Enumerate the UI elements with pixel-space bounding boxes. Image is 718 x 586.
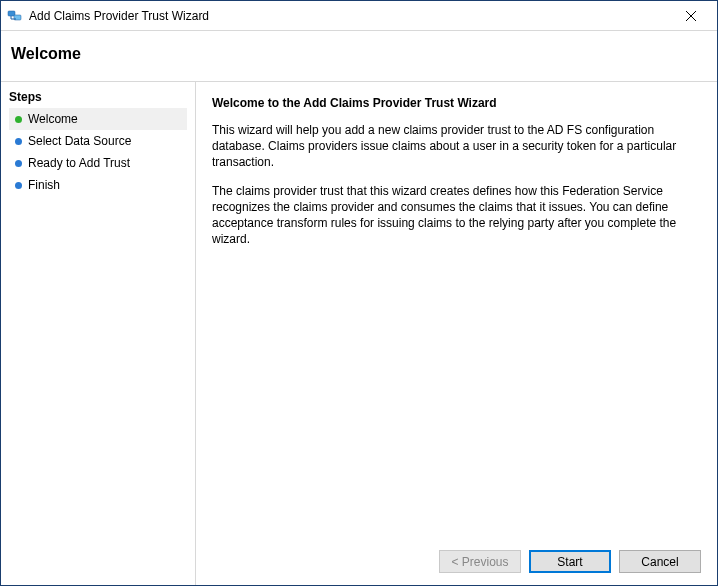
app-icon (7, 8, 23, 24)
previous-button: < Previous (439, 550, 521, 573)
start-button[interactable]: Start (529, 550, 611, 573)
button-row: < Previous Start Cancel (212, 542, 701, 573)
steps-heading: Steps (9, 88, 187, 108)
step-label: Welcome (28, 112, 78, 126)
bullet-icon (15, 138, 22, 145)
spacer (212, 259, 701, 542)
step-finish[interactable]: Finish (9, 174, 187, 196)
step-ready-to-add-trust[interactable]: Ready to Add Trust (9, 152, 187, 174)
content-area: Steps Welcome Select Data Source Ready t… (1, 81, 717, 585)
main-paragraph-2: The claims provider trust that this wiza… (212, 183, 701, 248)
bullet-icon (15, 160, 22, 167)
steps-sidebar: Steps Welcome Select Data Source Ready t… (1, 82, 196, 585)
bullet-icon (15, 116, 22, 123)
titlebar: Add Claims Provider Trust Wizard (1, 1, 717, 31)
window-title: Add Claims Provider Trust Wizard (29, 9, 671, 23)
step-welcome[interactable]: Welcome (9, 108, 187, 130)
close-icon (686, 11, 696, 21)
main-panel: Welcome to the Add Claims Provider Trust… (196, 82, 717, 585)
step-label: Ready to Add Trust (28, 156, 130, 170)
step-label: Finish (28, 178, 60, 192)
bullet-icon (15, 182, 22, 189)
cancel-button[interactable]: Cancel (619, 550, 701, 573)
page-title: Welcome (1, 31, 717, 81)
step-label: Select Data Source (28, 134, 131, 148)
main-paragraph-1: This wizard will help you add a new clai… (212, 122, 701, 171)
close-button[interactable] (671, 2, 711, 30)
step-select-data-source[interactable]: Select Data Source (9, 130, 187, 152)
main-heading: Welcome to the Add Claims Provider Trust… (212, 96, 701, 110)
